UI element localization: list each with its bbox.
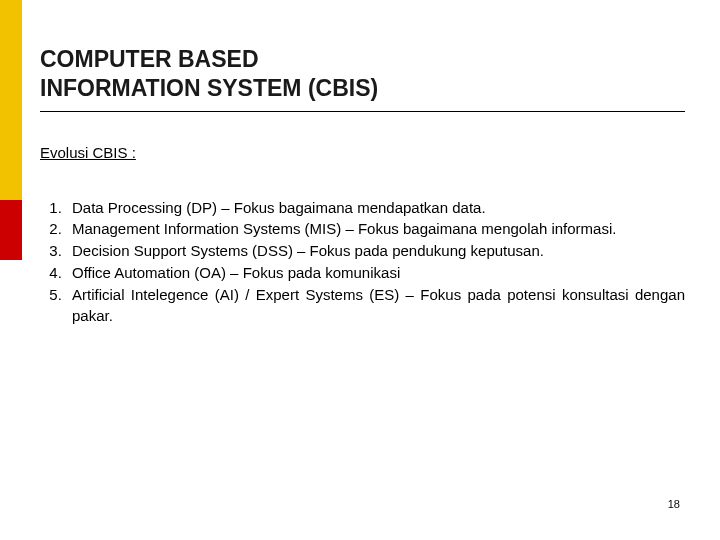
list-item: Data Processing (DP) – Fokus bagaimana m…	[66, 197, 685, 219]
list-item: Management Information Systems (MIS) – F…	[66, 218, 685, 240]
accent-bar-yellow	[0, 0, 22, 200]
subheading: Evolusi CBIS :	[40, 144, 685, 161]
slide-content: COMPUTER BASED INFORMATION SYSTEM (CBIS)…	[40, 45, 685, 327]
list-item: Artificial Intelegence (AI) / Expert Sys…	[66, 284, 685, 328]
page-title: COMPUTER BASED INFORMATION SYSTEM (CBIS)	[40, 45, 685, 103]
title-line-1: COMPUTER BASED	[40, 46, 259, 72]
list-item: Decision Support Systems (DSS) – Fokus p…	[66, 240, 685, 262]
page-number: 18	[668, 498, 680, 510]
title-line-2: INFORMATION SYSTEM (CBIS)	[40, 75, 378, 101]
accent-bar-red	[0, 200, 22, 260]
evolution-list: Data Processing (DP) – Fokus bagaimana m…	[40, 197, 685, 328]
title-rule	[40, 111, 685, 112]
list-item: Office Automation (OA) – Fokus pada komu…	[66, 262, 685, 284]
